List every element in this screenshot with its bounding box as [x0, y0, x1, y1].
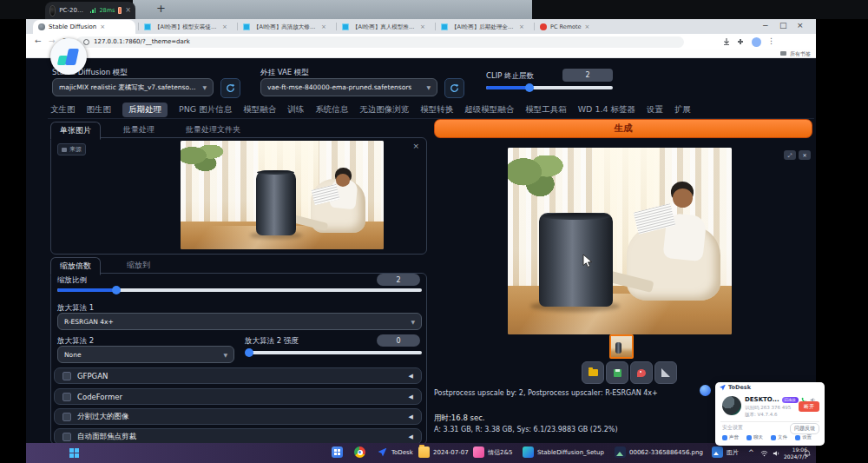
- clip-skip-slider[interactable]: [486, 86, 613, 95]
- tab-train[interactable]: 训练: [287, 104, 304, 116]
- tab-close-icon[interactable]: ×: [100, 23, 105, 30]
- scale-ratio-value[interactable]: 2: [377, 274, 420, 286]
- subtab-scale-by[interactable]: 缩放倍数: [50, 257, 101, 275]
- clip-skip-value[interactable]: 2: [562, 69, 613, 82]
- browser-tab[interactable]: 【AI绘画】真人模型推荐_哔哩哔哩 ×: [337, 20, 432, 34]
- clear-image-icon[interactable]: ×: [412, 142, 419, 150]
- upscaler2-strength-slider[interactable]: [247, 351, 422, 360]
- checkbox[interactable]: [62, 372, 71, 380]
- window-minimize-button[interactable]: −: [762, 21, 769, 30]
- tab-close-icon[interactable]: ×: [321, 23, 326, 30]
- tab-image-browser[interactable]: 无边图像浏览: [359, 104, 409, 116]
- taskbar-todesk[interactable]: ToDesk: [377, 446, 413, 458]
- sd-model-dropdown[interactable]: majicMIX realistic 麦橘写实_v7.safetensors […: [52, 78, 214, 96]
- bookmarks-folder-icon[interactable]: [780, 51, 786, 56]
- tab-super-merger[interactable]: 超级模型融合: [464, 104, 514, 116]
- save-image-button[interactable]: [606, 361, 628, 384]
- todesk-float-ball[interactable]: [700, 385, 711, 396]
- resize-tool-button[interactable]: [654, 361, 677, 384]
- site-info-icon[interactable]: [83, 39, 89, 45]
- back-icon[interactable]: ←: [35, 36, 42, 45]
- slider-handle[interactable]: [112, 286, 121, 294]
- tray-expand-icon[interactable]: ^: [748, 449, 754, 457]
- taskbar-pictures[interactable]: 图片: [712, 446, 739, 458]
- tab-close-icon[interactable]: ×: [222, 23, 227, 30]
- subtab-scale-to[interactable]: 缩放到: [118, 257, 159, 274]
- taskbar-chrome[interactable]: [354, 446, 365, 458]
- vae-model-dropdown[interactable]: vae-ft-mse-840000-ema-pruned.safetensors…: [260, 78, 437, 96]
- vae-refresh-button[interactable]: [444, 78, 464, 98]
- gallery-thumbnail[interactable]: [609, 334, 634, 359]
- generate-button[interactable]: 生成: [434, 119, 812, 138]
- volume-icon[interactable]: [773, 450, 780, 457]
- tab-png-info[interactable]: PNG 图片信息: [179, 104, 232, 116]
- taskbar-pink-app[interactable]: 情侣2&5: [473, 446, 512, 458]
- accordion-split-oversized[interactable]: 分割过大的图像 ◀: [54, 408, 422, 425]
- tab-system-info[interactable]: 系统信息: [315, 104, 348, 116]
- tab-wd14-tagger[interactable]: WD 1.4 标签器: [578, 104, 635, 116]
- remote-tab-close-icon[interactable]: ×: [125, 7, 131, 14]
- tab-close-icon[interactable]: ×: [585, 23, 590, 30]
- taskbar-widgets[interactable]: [332, 446, 343, 458]
- notification-bell-icon[interactable]: [804, 450, 811, 457]
- browser-tab[interactable]: 【AI绘画】后期处理全流程_哔哩哔哩 ×: [436, 20, 531, 34]
- window-close-button[interactable]: ×: [797, 21, 804, 30]
- taskbar-folder[interactable]: 2024-07-07: [418, 446, 469, 458]
- tab-close-icon[interactable]: ×: [519, 23, 524, 30]
- todesk-settings-link[interactable]: 安全设置: [722, 424, 743, 432]
- send-to-extras-button[interactable]: [630, 361, 653, 384]
- upscaler1-dropdown[interactable]: R-ESRGAN 4x+ ▼: [57, 313, 422, 330]
- wifi-icon[interactable]: [760, 450, 768, 457]
- start-button[interactable]: [69, 448, 79, 458]
- accordion-gfpgan[interactable]: GFPGAN ◀: [54, 367, 422, 384]
- browser-tab[interactable]: PC Remote ×: [535, 20, 615, 34]
- browser-tab-active[interactable]: Stable Diffusion ×: [33, 20, 135, 34]
- subtab-batch-folder[interactable]: 批量处理文件夹: [177, 122, 249, 138]
- todesk-titlebar[interactable]: ToDesk: [715, 382, 825, 393]
- browser-tab[interactable]: 【AI绘画】模型安装使用教程_哔哩哔哩 ×: [139, 20, 234, 34]
- tab-close-icon[interactable]: ×: [420, 23, 425, 30]
- open-folder-button[interactable]: [582, 361, 604, 384]
- screenshot-icon[interactable]: [118, 7, 122, 14]
- close-preview-button[interactable]: ✕: [799, 150, 811, 160]
- window-maximize-button[interactable]: □: [779, 21, 787, 30]
- checkbox[interactable]: [62, 413, 71, 421]
- checkbox[interactable]: [62, 433, 71, 441]
- todesk-action-chat[interactable]: 聊天: [746, 434, 763, 440]
- browser-tab[interactable]: 【AI绘画】高清放大修复教程_哔哩哔哩 ×: [238, 20, 333, 34]
- taskbar-png-file[interactable]: 00062-3365886456.png: [615, 446, 703, 458]
- profile-avatar[interactable]: [752, 37, 761, 47]
- taskbar-setup[interactable]: StableDiffusion_Setup: [523, 446, 604, 458]
- upscaler2-strength-value[interactable]: 0: [377, 334, 420, 347]
- slider-handle[interactable]: [245, 348, 253, 357]
- todesk-action-sound[interactable]: 声音: [722, 434, 739, 440]
- bookmarks-label[interactable]: 所有书签: [790, 50, 811, 58]
- tab-model-converter[interactable]: 模型转换: [420, 104, 453, 116]
- tab-settings[interactable]: 设置: [647, 104, 663, 116]
- todesk-action-settings[interactable]: 设置: [795, 434, 812, 440]
- tab-extras[interactable]: 后期处理: [122, 103, 168, 117]
- accordion-codeformer[interactable]: CodeFormer ◀: [54, 388, 422, 405]
- checkbox[interactable]: [62, 393, 71, 401]
- extensions-icon[interactable]: [736, 37, 745, 46]
- source-image[interactable]: [181, 141, 384, 249]
- sd-model-refresh-button[interactable]: [220, 78, 240, 98]
- url-bar[interactable]: 127.0.0.1:7860/?__theme=dark: [76, 36, 684, 48]
- expand-image-button[interactable]: ⤢: [784, 150, 796, 160]
- upscaler2-dropdown[interactable]: None ▼: [57, 346, 234, 363]
- todesk-action-files[interactable]: 文件: [771, 434, 787, 440]
- tab-model-toolkit[interactable]: 模型工具箱: [525, 104, 567, 116]
- tab-img2img[interactable]: 图生图: [87, 104, 112, 116]
- browser-menu-icon[interactable]: ⋮: [767, 36, 775, 45]
- remote-new-tab-button[interactable]: +: [156, 2, 166, 15]
- slider-handle[interactable]: [525, 83, 534, 92]
- tab-extensions[interactable]: 扩展: [674, 104, 691, 116]
- result-image[interactable]: [508, 148, 732, 334]
- scale-ratio-slider[interactable]: [57, 288, 422, 297]
- subtab-single-image[interactable]: 单张图片: [50, 122, 101, 140]
- subtab-batch-process[interactable]: 批量处理: [115, 122, 163, 138]
- todesk-feedback-button[interactable]: 问题反馈: [790, 423, 819, 434]
- tab-txt2img[interactable]: 文生图: [50, 104, 76, 116]
- download-icon[interactable]: [722, 37, 731, 46]
- tab-checkpoint-merger[interactable]: 模型融合: [243, 104, 276, 116]
